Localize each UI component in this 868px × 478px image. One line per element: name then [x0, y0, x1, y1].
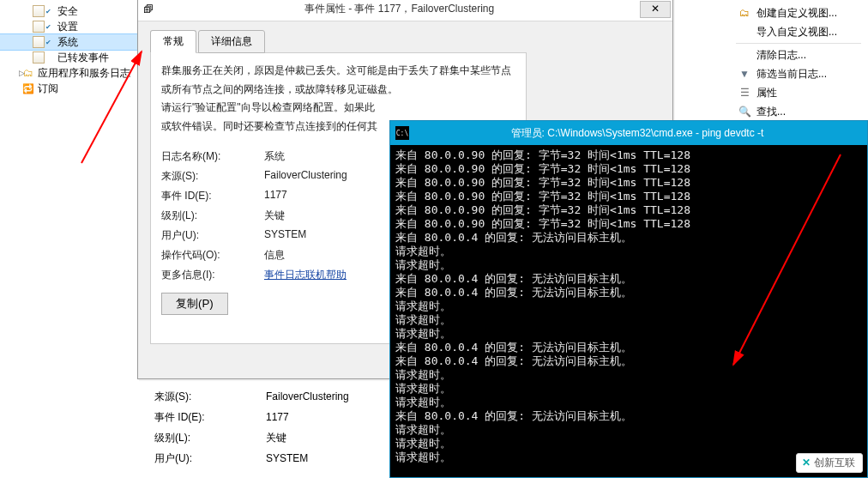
clear-icon	[738, 48, 751, 62]
detail-row: 级别(L):关键	[154, 427, 412, 448]
user-label: 用户(U):	[161, 228, 264, 243]
action-label: 导入自定义视图...	[756, 25, 837, 39]
log-icon	[33, 36, 45, 48]
action-label: 创建自定义视图...	[756, 6, 837, 21]
detail-row: 事件 ID(E):1177	[154, 407, 412, 427]
log-icon	[33, 21, 45, 33]
copy-button[interactable]: 复制(P)	[161, 293, 228, 315]
action-create-custom-view[interactable]: 🗂 创建自定义视图...	[724, 3, 866, 22]
event-viewer-tree: ✔ 安全 ✔ 设置 ✔ 系统 已转发事件 ▷ 🗂 应用程序和服务日志 🔁 订阅	[0, 0, 137, 96]
detail-behind: 来源(S):FailoverClustering 事件 ID(E):1177 级…	[154, 386, 412, 469]
action-find[interactable]: 🔍 查找...	[724, 102, 866, 121]
filter-icon: ▼	[738, 67, 751, 81]
import-icon	[738, 25, 751, 39]
tree-item-label: 订阅	[38, 82, 58, 96]
detail-row: 来源(S):FailoverClustering	[154, 386, 412, 407]
action-label: 清除日志...	[756, 48, 806, 63]
tree-item-label: 系统	[57, 35, 78, 50]
cmd-window: C:\ 管理员: C:\Windows\System32\cmd.exe - p…	[389, 120, 868, 478]
action-filter-log[interactable]: ▼ 筛选当前日志...	[724, 64, 866, 83]
log-name-label: 日志名称(M):	[161, 149, 264, 164]
tree-item-label: 安全	[57, 4, 78, 19]
tree-item-label: 应用程序和服务日志	[38, 66, 130, 81]
create-view-icon: 🗂	[738, 6, 751, 20]
dialog-titlebar[interactable]: 🗊 事件属性 - 事件 1177，FailoverClustering ✕	[138, 0, 672, 21]
detail-row: 用户(U):SYSTEM	[154, 448, 412, 469]
watermark: 创新互联	[796, 453, 863, 473]
tree-item-forwarded[interactable]: 已转发事件	[0, 50, 137, 65]
divider	[736, 43, 861, 44]
close-button[interactable]: ✕	[640, 1, 671, 18]
action-properties[interactable]: ☰ 属性	[724, 83, 866, 102]
log-icon	[33, 5, 45, 17]
cmd-title-text: 管理员: C:\Windows\System32\cmd.exe - ping …	[413, 126, 862, 141]
level-label: 级别(L):	[161, 209, 264, 223]
tree-item-subscriptions[interactable]: 🔁 订阅	[0, 81, 137, 96]
tab-details[interactable]: 详细信息	[198, 30, 265, 53]
tree-item-setup[interactable]: ✔ 设置	[0, 19, 137, 34]
dialog-title: 事件属性 - 事件 1177，FailoverClustering	[159, 2, 640, 16]
cmd-titlebar[interactable]: C:\ 管理员: C:\Windows\System32\cmd.exe - p…	[390, 121, 867, 145]
tree-item-system[interactable]: ✔ 系统	[0, 34, 137, 50]
checkmark-icon: ✔	[45, 39, 51, 46]
find-icon: 🔍	[738, 105, 751, 118]
actions-pane: 🗂 创建自定义视图... 导入自定义视图... 清除日志... ▼ 筛选当前日志…	[722, 0, 868, 124]
checkmark-icon: ✔	[45, 8, 51, 15]
tree-item-label: 设置	[57, 20, 78, 34]
action-label: 属性	[756, 86, 777, 100]
event-id-label: 事件 ID(E):	[161, 189, 264, 203]
online-help-link[interactable]: 事件日志联机帮助	[264, 269, 347, 281]
cmd-output[interactable]: 来自 80.0.0.90 的回复: 字节=32 时间<1ms TTL=128 来…	[390, 145, 867, 468]
more-info-label: 更多信息(I):	[161, 268, 264, 282]
dialog-icon: 🗊	[138, 3, 159, 15]
action-clear-log[interactable]: 清除日志...	[724, 45, 866, 64]
tree-item-apps-and-services[interactable]: ▷ 🗂 应用程序和服务日志	[0, 65, 137, 81]
expand-icon[interactable]: ▷	[19, 69, 27, 77]
tree-item-label: 已转发事件	[57, 51, 109, 65]
action-label: 查找...	[756, 105, 786, 119]
log-icon	[33, 51, 45, 64]
cmd-icon: C:\	[395, 126, 409, 140]
dialog-tabs: 常规 详细信息	[150, 30, 527, 53]
opcode-label: 操作代码(O):	[161, 248, 264, 263]
action-label: 筛选当前日志...	[756, 67, 827, 82]
action-import-custom-view[interactable]: 导入自定义视图...	[724, 22, 866, 41]
source-label: 来源(S):	[161, 169, 264, 184]
checkmark-icon: ✔	[45, 23, 51, 31]
properties-icon: ☰	[738, 86, 751, 100]
tab-general[interactable]: 常规	[150, 30, 196, 53]
subscriptions-icon: 🔁	[22, 82, 34, 94]
tree-item-security[interactable]: ✔ 安全	[0, 3, 137, 19]
